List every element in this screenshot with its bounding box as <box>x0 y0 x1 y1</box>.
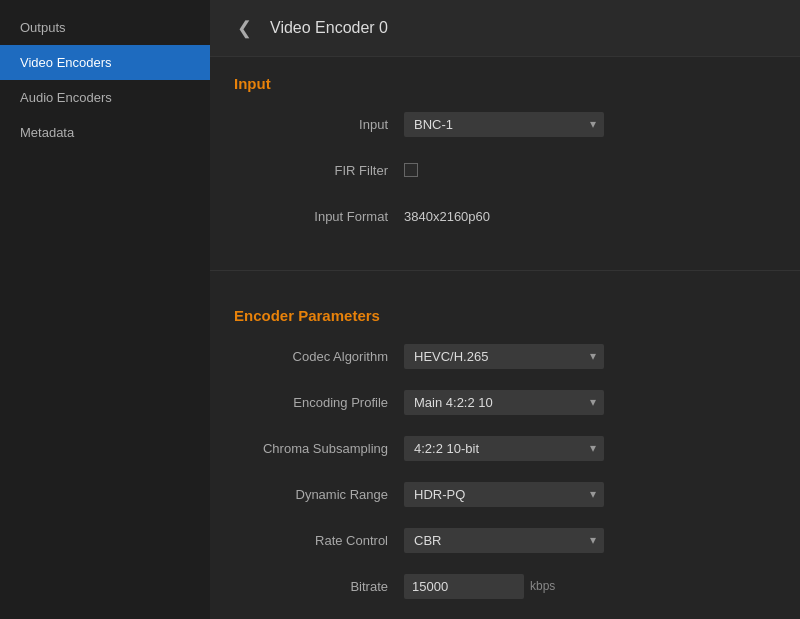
rate-control-wrapper[interactable]: CBR VBR CQ <box>404 528 604 553</box>
encoding-profile-row: Encoding Profile Main 4:2:2 10 Main Main… <box>234 386 776 418</box>
sidebar-item-audio-encoders[interactable]: Audio Encoders <box>0 80 210 115</box>
rate-control-select[interactable]: CBR VBR CQ <box>404 528 604 553</box>
encoder-section: Encoder Parameters Codec Algorithm HEVC/… <box>210 289 800 619</box>
input-format-value: 3840x2160p60 <box>404 209 490 224</box>
bitrate-input[interactable] <box>404 574 524 599</box>
section-divider <box>210 270 800 271</box>
sidebar-item-video-encoders[interactable]: Video Encoders <box>0 45 210 80</box>
chroma-subsampling-select[interactable]: 4:2:2 10-bit 4:2:0 8-bit <box>404 436 604 461</box>
page-header: ❮ Video Encoder 0 <box>210 0 800 57</box>
input-select[interactable]: BNC-1 BNC-2 SDI-1 <box>404 112 604 137</box>
sidebar: Outputs Video Encoders Audio Encoders Me… <box>0 0 210 619</box>
codec-algorithm-select[interactable]: HEVC/H.265 AVC/H.264 <box>404 344 604 369</box>
bitrate-row: Bitrate kbps <box>234 570 776 602</box>
fir-filter-checkbox[interactable] <box>404 163 418 177</box>
bitrate-label: Bitrate <box>234 579 404 594</box>
encoding-profile-wrapper[interactable]: Main 4:2:2 10 Main Main 10 <box>404 390 604 415</box>
input-format-label: Input Format <box>234 209 404 224</box>
page-title: Video Encoder 0 <box>270 19 388 37</box>
dynamic-range-label: Dynamic Range <box>234 487 404 502</box>
encoder-section-title: Encoder Parameters <box>234 307 776 324</box>
chroma-subsampling-row: Chroma Subsampling 4:2:2 10-bit 4:2:0 8-… <box>234 432 776 464</box>
codec-algorithm-wrapper[interactable]: HEVC/H.265 AVC/H.264 <box>404 344 604 369</box>
codec-algorithm-row: Codec Algorithm HEVC/H.265 AVC/H.264 <box>234 340 776 372</box>
encoding-profile-select[interactable]: Main 4:2:2 10 Main Main 10 <box>404 390 604 415</box>
chroma-subsampling-wrapper[interactable]: 4:2:2 10-bit 4:2:0 8-bit <box>404 436 604 461</box>
input-section: Input Input BNC-1 BNC-2 SDI-1 FIR Filter… <box>210 57 800 264</box>
sidebar-item-metadata[interactable]: Metadata <box>0 115 210 150</box>
input-format-row: Input Format 3840x2160p60 <box>234 200 776 232</box>
input-select-wrapper[interactable]: BNC-1 BNC-2 SDI-1 <box>404 112 604 137</box>
dynamic-range-wrapper[interactable]: HDR-PQ SDR HDR-HLG <box>404 482 604 507</box>
input-label: Input <box>234 117 404 132</box>
chroma-subsampling-label: Chroma Subsampling <box>234 441 404 456</box>
dynamic-range-select[interactable]: HDR-PQ SDR HDR-HLG <box>404 482 604 507</box>
fir-filter-row: FIR Filter <box>234 154 776 186</box>
main-content: ❮ Video Encoder 0 Input Input BNC-1 BNC-… <box>210 0 800 619</box>
dynamic-range-row: Dynamic Range HDR-PQ SDR HDR-HLG <box>234 478 776 510</box>
rate-control-row: Rate Control CBR VBR CQ <box>234 524 776 556</box>
rate-control-label: Rate Control <box>234 533 404 548</box>
bitrate-suffix: kbps <box>530 579 555 593</box>
codec-algorithm-label: Codec Algorithm <box>234 349 404 364</box>
fir-filter-label: FIR Filter <box>234 163 404 178</box>
input-row: Input BNC-1 BNC-2 SDI-1 <box>234 108 776 140</box>
encoding-profile-label: Encoding Profile <box>234 395 404 410</box>
input-section-title: Input <box>234 75 776 92</box>
back-button[interactable]: ❮ <box>230 14 258 42</box>
sidebar-item-outputs[interactable]: Outputs <box>0 10 210 45</box>
